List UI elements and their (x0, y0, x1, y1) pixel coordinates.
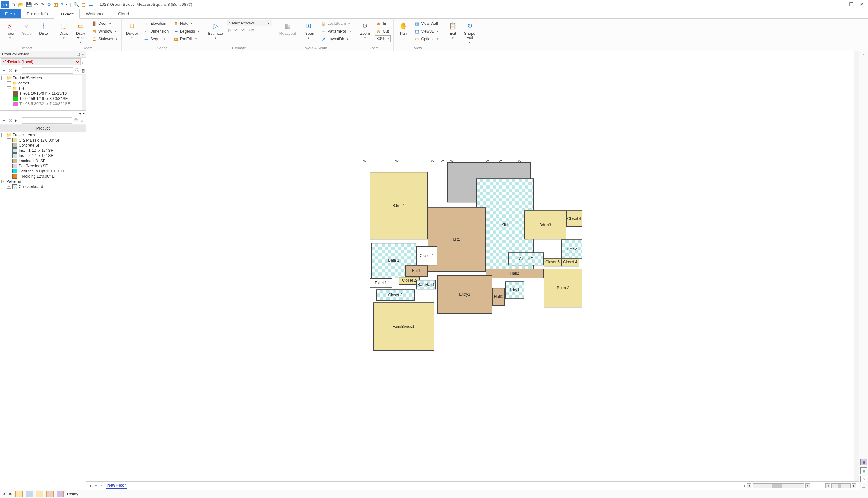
pin-icon[interactable]: ▢ (76, 52, 80, 56)
search-doc-icon[interactable]: 🔍 (74, 2, 79, 7)
stairway-button[interactable]: ☰Stairway▾ (90, 36, 119, 42)
room-bdrm-2[interactable]: Bdrm 2 (544, 268, 582, 307)
tree-scrollbar[interactable] (81, 75, 86, 110)
cloud-icon[interactable]: ☁ (88, 2, 93, 7)
report-icon[interactable]: ▦ (54, 2, 58, 7)
add-icon[interactable]: ＋ (1, 67, 6, 74)
room-closet-5[interactable]: Closet 5 (544, 258, 562, 266)
dimension-button[interactable]: ↔Dimension (142, 28, 170, 35)
room-closet-1[interactable]: Closet 1 (417, 246, 437, 265)
est-play-icon[interactable]: ▷ (228, 28, 231, 32)
zoom-button[interactable]: ⊙ Zoom▾ (358, 20, 372, 40)
grid-icon[interactable]: ▦ (81, 68, 85, 73)
room-closet-7[interactable]: Closet 7 (508, 252, 544, 265)
layoutdir-button[interactable]: ↗LayoutDir▾ (319, 36, 352, 42)
est-eye2-icon[interactable]: 👁 (241, 28, 245, 32)
room-bath2[interactable]: Bath2 (562, 239, 582, 259)
floorplan-canvas[interactable]: Rm1Bdrm 1Kit1LR1Bdrm3Closet 6Bath2Closet… (87, 51, 859, 481)
zoom-value-dropdown[interactable]: 80% (374, 36, 391, 42)
hscroll-track[interactable] (753, 484, 804, 488)
hscroll-right[interactable]: ▸ (805, 484, 810, 488)
room-hall1[interactable]: Hall1 (405, 265, 428, 277)
status-icon-4[interactable] (47, 491, 53, 497)
room-bdrm3[interactable]: Bdrm3 (524, 210, 566, 239)
relayout-button[interactable]: ▦ ReLayout (277, 20, 298, 36)
lockseam-button[interactable]: 🔒LockSeam▾ (319, 20, 352, 27)
room-hall2[interactable]: Hall2 (486, 268, 544, 278)
tree-nav-left-icon[interactable]: ◂ (79, 111, 81, 116)
filter-input-1[interactable] (22, 67, 74, 74)
project-item[interactable]: Pad(Needed) SF (6, 163, 86, 169)
elevation-button[interactable]: ⎍Elevation (142, 20, 170, 27)
tree-node[interactable]: Tile03 5-30/32" x 7-30/32" SF (12, 101, 86, 106)
clear-icon-2[interactable]: ⓧ (74, 118, 78, 123)
qat-caret-icon[interactable]: ▾ (66, 3, 67, 6)
divider-button[interactable]: ⊟ Divider▾ (124, 20, 140, 40)
project-item[interactable]: Inst - 1 12" x 12" SF (6, 148, 86, 153)
plus-small-icon-2[interactable]: + (14, 118, 17, 123)
tseam-button[interactable]: ⊞ T-Seam▾ (300, 20, 317, 40)
estimate-button[interactable]: ▷ Estimate▾ (206, 20, 225, 40)
tree-nav-right-icon[interactable]: ▸ (83, 111, 85, 116)
page-icon[interactable]: ▤ (81, 2, 86, 7)
vertical-scrollbar[interactable] (854, 51, 859, 481)
db-cube-icon[interactable]: ⬚ (82, 60, 86, 64)
zoom-slider-right[interactable]: ▸ (852, 484, 856, 488)
status-icon-3[interactable] (36, 491, 43, 497)
window-button[interactable]: ⊞Window▾ (90, 28, 119, 35)
tab-worksheet[interactable]: Worksheet (80, 9, 112, 18)
project-item[interactable]: T Molding 12'0.00" LF (6, 174, 86, 179)
tab-cloud[interactable]: Cloud (112, 9, 135, 18)
room-bdrm-1[interactable]: Bdrm 1 (370, 172, 428, 239)
tree-node[interactable]: +📁carpet (6, 81, 86, 86)
redo-icon[interactable]: ↷ (41, 2, 44, 7)
tab-takeoff[interactable]: Takeoff (54, 9, 80, 19)
status-nav-right[interactable]: ⊳ (9, 492, 12, 496)
floor-prev-icon[interactable]: ◂ (89, 484, 91, 488)
room-entry1[interactable]: Entry1 (437, 275, 492, 314)
draw-button[interactable]: ⬚ Draw▾ (56, 20, 71, 40)
draw-rect-button[interactable]: ▭ Draw Rect▾ (73, 20, 88, 44)
viewwall-button[interactable]: ▦View Wall (413, 20, 440, 27)
room-closet-6[interactable]: Closet 6 (566, 210, 582, 227)
close-button[interactable]: ✕ (856, 1, 867, 9)
shape-edit-button[interactable]: ↻ Shape Edit▾ (462, 20, 477, 44)
help-icon[interactable]: ? (61, 2, 63, 7)
minus-small-icon-2[interactable]: - (19, 118, 20, 123)
status-icon-5[interactable] (57, 491, 64, 497)
legends-button[interactable]: ≣Legends▾ (172, 28, 200, 35)
minus-small-icon[interactable]: - (19, 68, 20, 73)
dock-btn-play[interactable]: ▷ (860, 476, 867, 482)
room-hall3[interactable]: Hall3 (492, 288, 505, 305)
room-ldry1[interactable]: Ldry1 (505, 281, 524, 299)
door-button[interactable]: 🚪Door▾ (90, 20, 119, 27)
delete-icon-2[interactable]: ✕ (9, 117, 13, 123)
room-closet-4[interactable]: Closet 4 (562, 258, 579, 266)
project-item[interactable]: Concrete SF (6, 143, 86, 148)
patternpos-button[interactable]: ⋕PatternPos▾ (319, 28, 352, 35)
status-nav-left[interactable]: ⊲ (3, 492, 6, 496)
minimize-button[interactable]: — (836, 1, 846, 9)
room-fam-bonus1[interactable]: Fam/Bonus1 (373, 302, 434, 351)
options-button[interactable]: ⚙Options▾ (413, 36, 440, 42)
clear-icon[interactable]: ⓧ (76, 68, 79, 73)
disto-button[interactable]: ᚼ Disto (36, 20, 51, 36)
floor-tab-new[interactable]: New Floor (106, 483, 127, 489)
project-item[interactable]: Inst - 2 12" x 12" SF (6, 153, 86, 158)
select-product-dropdown[interactable]: Select Product (227, 20, 272, 26)
collapse-icon[interactable]: « (82, 52, 84, 56)
floor-add-icon[interactable]: ＋ (94, 483, 98, 488)
save-icon[interactable]: 💾 (26, 2, 31, 7)
file-tab[interactable]: File▾ (0, 9, 21, 18)
pan-button[interactable]: ✋ Pan (396, 20, 411, 36)
project-item[interactable]: Laminate 8" SF (6, 158, 86, 163)
dock-btn-1[interactable]: ▤ (860, 459, 867, 466)
dock-btn-2[interactable]: ▦ (860, 467, 867, 474)
plus-small-icon[interactable]: + (14, 68, 17, 73)
open-icon[interactable]: 📂 (18, 2, 24, 7)
view3d-button[interactable]: ⬚View3D▾ (413, 28, 440, 35)
zoom-in-button[interactable]: ⊕In (374, 20, 391, 27)
project-items-tree[interactable]: −📁Project Items +C & P Basic 12'0.00" SF… (0, 132, 86, 489)
zoom-out-button[interactable]: ⊖Out (374, 28, 391, 35)
status-icon-1[interactable] (15, 491, 23, 497)
